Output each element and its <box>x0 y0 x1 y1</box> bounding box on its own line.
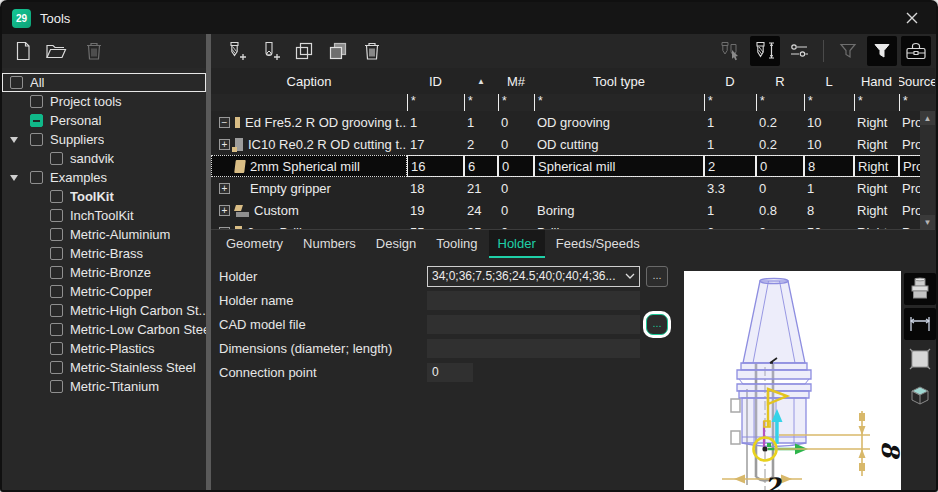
holder-combobox[interactable]: 34;0;36;7.5;36;24.5;40;0;40;4;36... <box>427 266 640 287</box>
column-header-sort[interactable]: ▲ <box>464 68 498 94</box>
filter-l[interactable]: * <box>804 94 854 111</box>
duplicate-tool-button[interactable] <box>323 36 353 66</box>
detail-tab[interactable]: Geometry <box>217 230 292 258</box>
tree-checkbox[interactable] <box>50 380 63 393</box>
tree-checkbox[interactable] <box>50 152 63 165</box>
tree-checkbox[interactable] <box>50 190 63 203</box>
cad-model-input[interactable] <box>427 315 640 334</box>
tree-checkbox[interactable] <box>10 76 23 89</box>
tool-dimensions-button[interactable] <box>750 36 780 66</box>
tree-item[interactable]: Metric-Brass <box>2 244 206 263</box>
tree-checkbox[interactable] <box>50 361 63 374</box>
holder-view-button[interactable] <box>904 273 936 305</box>
tree-expand-arrow-icon[interactable] <box>10 137 18 143</box>
open-library-button[interactable] <box>41 36 71 66</box>
tree-checkbox[interactable] <box>30 171 43 184</box>
table-row[interactable]: + 6mm Drill 55 25 0 Drill 6 0 50 Right <box>211 221 935 229</box>
filter-clear-button[interactable] <box>833 36 863 66</box>
copy-tool-button[interactable] <box>289 36 319 66</box>
row-expander-icon[interactable]: + <box>219 205 230 216</box>
view-options-button[interactable] <box>784 36 814 66</box>
filter-m[interactable]: * <box>498 94 534 111</box>
column-header-r[interactable]: R <box>756 68 804 94</box>
delete-tool-button[interactable] <box>357 36 387 66</box>
delete-library-button[interactable] <box>79 36 109 66</box>
column-header-tool-type[interactable]: Tool type <box>534 68 704 94</box>
tree-item[interactable]: ToolKit <box>2 187 206 206</box>
tree-checkbox[interactable] <box>50 266 63 279</box>
filter-d[interactable]: * <box>704 94 756 111</box>
filter-r[interactable]: * <box>756 94 804 111</box>
tree-item[interactable]: Suppliers <box>2 130 206 149</box>
tree-checkbox[interactable] <box>50 209 63 222</box>
table-row[interactable]: − Ed Fre5.2 R OD grooving t... 1 1 0 OD … <box>211 111 935 133</box>
table-row[interactable]: + Custom 19 24 0 Boring 1 0.8 8 Right <box>211 199 935 221</box>
row-expander-icon[interactable]: − <box>219 117 230 128</box>
connection-point-input[interactable]: 0 <box>427 363 473 382</box>
holder-preview-viewport[interactable]: 8 2 <box>684 271 901 492</box>
tree-item[interactable]: Examples <box>2 168 206 187</box>
tree-checkbox[interactable] <box>50 247 63 260</box>
table-row[interactable]: + IC10 Re0.2 R OD cutting t... 17 2 0 OD… <box>211 133 935 155</box>
toolbox-button[interactable] <box>901 36 931 66</box>
filter-source[interactable]: * <box>899 94 935 111</box>
pick-tool-button[interactable] <box>716 36 746 66</box>
scroll-up-icon[interactable]: ▲ <box>920 111 935 125</box>
tree-item[interactable]: Metric-High Carbon St... <box>2 301 206 320</box>
tree-item[interactable]: Metric-Low Carbon Steel <box>2 320 206 339</box>
tree-checkbox[interactable] <box>50 323 63 336</box>
tree-checkbox[interactable] <box>30 133 43 146</box>
tree-item[interactable]: All <box>2 73 206 92</box>
filter-hand[interactable]: * <box>854 94 899 111</box>
tree-checkbox[interactable] <box>30 95 43 108</box>
dimensions-input[interactable] <box>427 339 640 358</box>
tree-item[interactable]: Metric-Bronze <box>2 263 206 282</box>
table-scrollbar[interactable]: ▲ ▼ <box>920 111 935 229</box>
holder-browse-button[interactable]: ... <box>646 266 668 287</box>
tree-item[interactable]: Metric-Plastics <box>2 339 206 358</box>
column-header-caption[interactable]: Caption <box>211 68 407 94</box>
filter-tool-type[interactable]: * <box>534 94 704 111</box>
tree-checkbox[interactable] <box>50 285 63 298</box>
cad-model-browse-button[interactable]: ... <box>646 314 668 335</box>
detail-tab[interactable]: Feeds/Speeds <box>547 230 649 258</box>
row-expander-icon[interactable]: + <box>219 139 230 150</box>
tree-item[interactable]: Personal <box>2 111 206 130</box>
tree-item[interactable]: Metric-Titanium <box>2 377 206 396</box>
table-row[interactable]: 2mm Spherical mill 16 6 0 Spherical mill… <box>211 155 935 177</box>
holder-dimensions-button[interactable] <box>904 308 936 340</box>
tree-checkbox[interactable] <box>30 114 43 127</box>
tree-item[interactable]: Project tools <box>2 92 206 111</box>
row-expander-icon[interactable]: + <box>219 183 230 194</box>
scroll-down-icon[interactable]: ▼ <box>920 215 935 229</box>
column-header-l[interactable]: L <box>804 68 854 94</box>
tree-item[interactable]: sandvik <box>2 149 206 168</box>
column-header-hand[interactable]: Hand <box>854 68 899 94</box>
holder-name-input[interactable] <box>427 291 640 310</box>
column-header-source[interactable]: Source <box>899 68 935 94</box>
tree-item[interactable]: Metric-Aluminium <box>2 225 206 244</box>
detail-tab[interactable]: Tooling <box>427 230 486 258</box>
tree-item[interactable]: Metric-Stainless Steel <box>2 358 206 377</box>
column-header-id[interactable]: ID <box>407 68 464 94</box>
filter-caption[interactable] <box>211 94 407 111</box>
table-row[interactable]: + Empty gripper 18 21 0 3.3 0 1 Right <box>211 177 935 199</box>
tree-checkbox[interactable] <box>50 342 63 355</box>
tree-item[interactable]: Metric-Copper <box>2 282 206 301</box>
tree-checkbox[interactable] <box>50 304 63 317</box>
filter-button[interactable] <box>867 36 897 66</box>
tree-checkbox[interactable] <box>50 228 63 241</box>
column-header-d[interactable]: D <box>704 68 756 94</box>
detail-tab[interactable]: Holder <box>489 230 545 258</box>
cube-view-button[interactable] <box>904 378 936 410</box>
new-library-button[interactable] <box>8 36 38 66</box>
tree-expand-arrow-icon[interactable] <box>10 175 18 181</box>
close-button[interactable] <box>898 6 926 30</box>
add-mill-tool-button[interactable] <box>221 36 251 66</box>
detail-tab[interactable]: Numbers <box>294 230 365 258</box>
plane-view-button[interactable] <box>904 343 936 375</box>
filter-sort[interactable]: * <box>464 94 498 111</box>
detail-tab[interactable]: Design <box>367 230 425 258</box>
column-header-m[interactable]: M# <box>498 68 534 94</box>
filter-id[interactable]: * <box>407 94 464 111</box>
